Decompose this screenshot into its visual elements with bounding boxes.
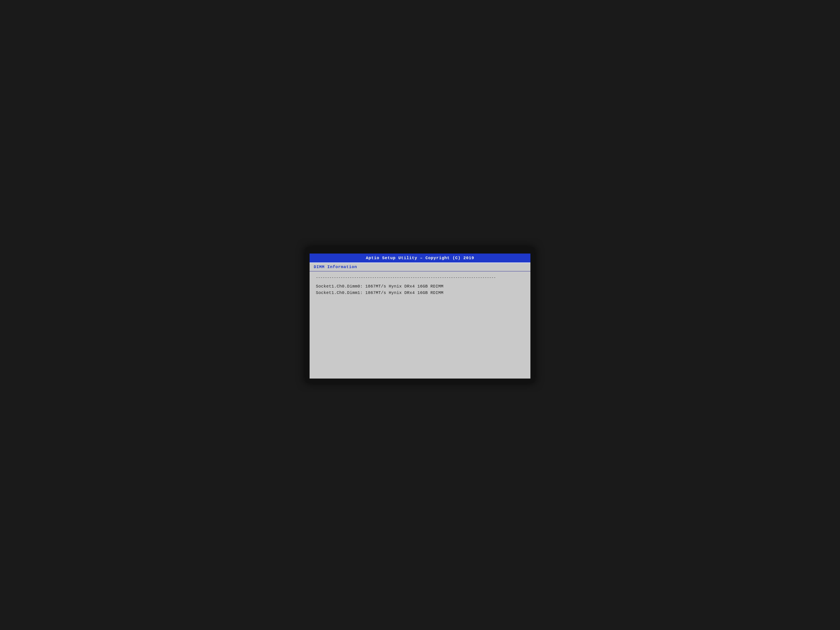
dimm-label-0: Socket1.Ch0.Dimm0: <box>316 284 365 289</box>
screen-bezel: Aptio Setup Utility – Copyright (C) 2019… <box>305 247 535 383</box>
header-title: Aptio Setup Utility – Copyright (C) 2019 <box>366 256 474 261</box>
dimm-entry-1: Socket1.Ch0.Dimm1: 1867MT/s Hynix DRx4 1… <box>316 291 524 295</box>
subtitle: DIMM Information <box>314 265 357 269</box>
dimm-value-0: 1867MT/s Hynix DRx4 16GB RDIMM <box>365 284 444 289</box>
dimm-value-1: 1867MT/s Hynix DRx4 16GB RDIMM <box>365 291 444 295</box>
content-area: ----------------------------------------… <box>309 272 531 376</box>
sub-header: DIMM Information <box>309 262 531 272</box>
dimm-label-1: Socket1.Ch0.Dimm1: <box>316 291 365 295</box>
divider-line: ----------------------------------------… <box>316 276 524 280</box>
header-bar: Aptio Setup Utility – Copyright (C) 2019 <box>309 254 531 262</box>
bios-screen: Aptio Setup Utility – Copyright (C) 2019… <box>309 254 531 379</box>
dimm-entry-0: Socket1.Ch0.Dimm0: 1867MT/s Hynix DRx4 1… <box>316 284 524 289</box>
